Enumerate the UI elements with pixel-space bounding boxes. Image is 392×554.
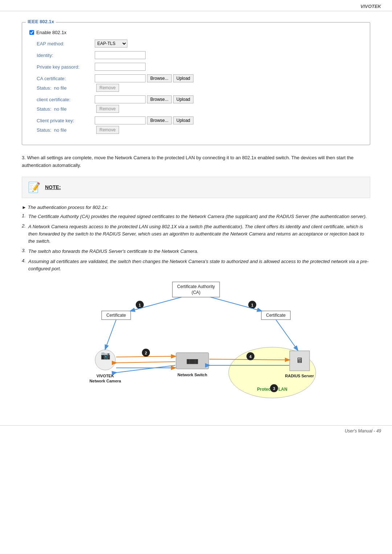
- note-title: NOTE:: [45, 184, 61, 190]
- note-item-1-text: The Certificate Authority (CA) provides …: [28, 213, 367, 220]
- step3-content: When all settings are complete, move the…: [22, 155, 354, 168]
- svg-text:Network Switch: Network Switch: [177, 373, 207, 377]
- ca-cert-row: CA certificate: Browse... Upload: [29, 74, 363, 82]
- note-item-1: 1. The Certificate Authority (CA) provid…: [22, 213, 370, 220]
- note-item-4-text: Assuming all certificates are validated,…: [28, 258, 370, 272]
- svg-text:🖥: 🖥: [296, 356, 303, 364]
- svg-line-35: [105, 320, 116, 349]
- client-privkey-row: Client private key: Browse... Upload: [29, 116, 363, 124]
- identity-row: Identity:: [29, 51, 363, 59]
- svg-text:Certificate: Certificate: [266, 313, 286, 318]
- step3-number: 3.: [22, 155, 26, 160]
- client-cert-browse-button[interactable]: Browse...: [147, 95, 172, 103]
- ca-cert-status-row: Status: no file Remove: [29, 84, 363, 92]
- client-cert-upload-button[interactable]: Upload: [173, 95, 193, 103]
- ca-cert-upload-button[interactable]: Upload: [173, 74, 193, 82]
- svg-text:████: ████: [187, 359, 198, 364]
- eap-method-label: EAP method:: [37, 41, 95, 46]
- svg-text:Certificate Authority: Certificate Authority: [177, 284, 215, 289]
- note-content: ► The authentication process for 802.1x:…: [22, 205, 370, 273]
- eap-method-select[interactable]: EAP-TLS EAP-PEAP EAP-TTLS: [95, 40, 127, 48]
- svg-text:4: 4: [249, 354, 252, 359]
- svg-text:VIVOTEK: VIVOTEK: [97, 374, 114, 378]
- client-cert-label: client certificate:: [37, 97, 95, 102]
- client-cert-row: client certificate: Browse... Upload: [29, 95, 363, 103]
- svg-text:Certificate: Certificate: [106, 313, 126, 318]
- svg-line-26: [116, 362, 175, 363]
- eap-method-row: EAP method: EAP-TLS EAP-PEAP EAP-TTLS: [29, 40, 363, 48]
- footer-text: User's Manual - 49: [345, 428, 381, 434]
- client-privkey-remove-button[interactable]: Remove: [96, 126, 119, 134]
- ca-cert-input[interactable]: [95, 74, 146, 82]
- note-item-4: 4. Assuming all certificates are validat…: [22, 258, 370, 272]
- enable-checkbox[interactable]: [29, 30, 34, 35]
- note-item-3-text: The switch also forwards the RADIUS Serv…: [28, 248, 198, 255]
- note-item-1-num: 1.: [22, 213, 28, 218]
- note-item-2-text: A Network Camera requests access to the …: [28, 223, 370, 245]
- client-privkey-status-row: Status: no file Remove: [29, 126, 363, 134]
- page-footer: User's Manual - 49: [0, 425, 392, 436]
- ieee-box: IEEE 802.1x Enable 802.1x EAP method: EA…: [22, 22, 370, 145]
- diagram: Certificate Authority (CA) Certificate C…: [65, 280, 327, 403]
- svg-text:📷: 📷: [101, 350, 111, 360]
- svg-text:(CA): (CA): [192, 290, 201, 295]
- eap-select-wrapper: EAP-TLS EAP-PEAP EAP-TTLS: [95, 40, 127, 48]
- ieee-box-title: IEEE 802.1x: [26, 19, 56, 24]
- note-bullet: ► The authentication process for 802.1x:: [22, 205, 370, 210]
- ca-cert-status-label: Status: no file: [37, 85, 95, 91]
- client-cert-remove-button[interactable]: Remove: [96, 105, 119, 113]
- enable-label: Enable 802.1x: [36, 30, 66, 35]
- ca-cert-label: CA certificate:: [37, 76, 95, 81]
- enable-row: Enable 802.1x: [29, 30, 363, 35]
- private-key-passord-input[interactable]: [95, 63, 146, 71]
- note-item-2-num: 2.: [22, 223, 28, 229]
- identity-input[interactable]: [95, 51, 146, 59]
- svg-text:Network Camera: Network Camera: [90, 379, 122, 383]
- client-cert-status-row: Status: no file Remove: [29, 105, 363, 113]
- client-cert-input[interactable]: [95, 95, 146, 103]
- page-header: VIVOTEK: [0, 0, 392, 11]
- client-privkey-input[interactable]: [95, 116, 146, 124]
- client-privkey-browse-button[interactable]: Browse...: [147, 116, 172, 124]
- note-box: 📝 NOTE:: [22, 177, 370, 198]
- note-item-3: 3. The switch also forwards the RADIUS S…: [22, 248, 370, 255]
- client-privkey-label: Client private key:: [37, 118, 95, 123]
- client-cert-status-label: Status: no file: [37, 106, 95, 112]
- svg-text:RADIUS Server: RADIUS Server: [285, 374, 314, 378]
- private-key-passord-row: Private key passord:: [29, 63, 363, 71]
- brand-name: VIVOTEK: [360, 4, 381, 9]
- svg-line-38: [116, 365, 175, 373]
- client-privkey-status-label: Status: no file: [37, 127, 95, 133]
- note-item-4-num: 4.: [22, 258, 28, 263]
- identity-label: Identity:: [37, 53, 95, 58]
- svg-line-36: [276, 320, 298, 350]
- svg-text:1: 1: [139, 303, 141, 307]
- client-privkey-upload-button[interactable]: Upload: [173, 116, 193, 124]
- diagram-svg: Certificate Authority (CA) Certificate C…: [65, 280, 327, 403]
- svg-text:1: 1: [251, 303, 253, 307]
- note-item-2: 2. A Network Camera requests access to t…: [22, 223, 370, 245]
- ca-cert-browse-button[interactable]: Browse...: [147, 74, 172, 82]
- page-content: IEEE 802.1x Enable 802.1x EAP method: EA…: [0, 11, 392, 418]
- note-item-3-num: 3.: [22, 248, 28, 253]
- svg-text:3: 3: [273, 386, 275, 391]
- step3-text: 3. When all settings are complete, move …: [22, 154, 370, 169]
- svg-text:2: 2: [145, 351, 147, 355]
- ca-cert-remove-button[interactable]: Remove: [96, 84, 119, 92]
- private-key-passord-label: Private key passord:: [37, 64, 95, 70]
- note-icon: 📝: [28, 181, 41, 193]
